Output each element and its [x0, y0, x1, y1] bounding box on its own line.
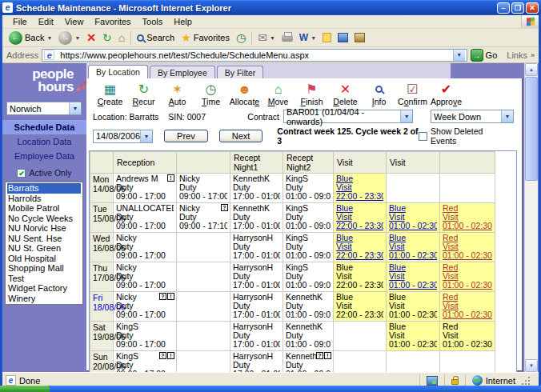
shift-cell[interactable]: BlueVisit01:00 - 02:30	[387, 292, 440, 322]
shift-cell[interactable]: BlueVisit01:00 - 02:30	[387, 203, 440, 233]
menu-favorites[interactable]: Favorites	[89, 17, 136, 26]
visit-link[interactable]: 22:00 - 23:30	[336, 251, 383, 260]
print-button[interactable]	[279, 30, 296, 46]
week-mode-dropdown-icon[interactable]: ▼	[501, 110, 513, 122]
favorites-button[interactable]: ★ Favorites	[178, 30, 233, 46]
address-input[interactable]: e https://www.peoplehours.net/test/Sched…	[42, 49, 467, 62]
shift-cell[interactable]: HarrysonHDuty17:00 - 01:00	[230, 262, 283, 292]
forward-dropdown-icon[interactable]: ▼	[74, 35, 80, 41]
delete-button[interactable]: ✕Delete	[330, 82, 361, 106]
location-item[interactable]: No Cycle Weeks	[7, 214, 81, 224]
visit-link[interactable]: Visit	[389, 213, 437, 222]
location-item[interactable]: NU Sent. Hse	[7, 234, 81, 244]
shift-cell[interactable]: BlueVisit22:00 - 23:30	[334, 174, 387, 203]
visit-link[interactable]: Visit	[336, 183, 383, 192]
shift-cell[interactable]: ?!KingSDuty09:00 - 17:00	[114, 351, 177, 373]
prev-button[interactable]: Prev	[164, 130, 208, 142]
visit-link[interactable]: Visit	[443, 302, 492, 310]
shift-cell[interactable]: NickyDuty09:00 - 17:00	[114, 262, 177, 292]
visit-link[interactable]: 22:00 - 23:30	[336, 192, 383, 201]
shift-cell[interactable]: RedVisit01:00 - 02:30	[440, 233, 495, 262]
shift-cell[interactable]: BlueVisit01:00 - 02:30	[387, 322, 440, 351]
shift-cell[interactable]: KingSDuty09:00 - 17:00	[114, 322, 177, 351]
shift-cell[interactable]: BlueVisit01:00 - 02:30	[387, 262, 440, 292]
shift-cell[interactable]: ?!NickyDuty09:00 - 17:00	[114, 292, 177, 322]
menu-edit[interactable]: Edit	[33, 17, 59, 26]
visit-link[interactable]: Visit	[443, 213, 492, 222]
notes-button[interactable]	[319, 30, 335, 46]
visit-link[interactable]: Visit	[443, 272, 492, 281]
scrollbar-thumb[interactable]	[525, 77, 538, 181]
messenger-button[interactable]	[335, 30, 351, 46]
back-dropdown-icon[interactable]: ▼	[46, 35, 52, 41]
contract-select[interactable]: BAR001 (01/04/04 - onwards) ▼	[283, 110, 413, 123]
close-button[interactable]: ✕	[526, 2, 539, 14]
menu-tools[interactable]: Tools	[137, 17, 169, 26]
location-item[interactable]: Barratts	[7, 183, 81, 194]
tab-by-employee[interactable]: By Employee	[150, 66, 215, 78]
shift-cell[interactable]: HarrysonHDuty17:00 - 01:00	[230, 322, 283, 351]
research-button[interactable]	[351, 30, 368, 46]
visit-link[interactable]: Red	[443, 204, 492, 213]
location-item[interactable]: Mobile Patrol	[7, 203, 81, 214]
shift-cell[interactable]: KennethKDuty01:00 - 09:00	[283, 322, 334, 351]
region-select[interactable]: Norwich ▼	[6, 102, 82, 115]
visit-link[interactable]: 01:00 - 02:30	[389, 222, 437, 230]
visit-link[interactable]: 22:00 - 23:30	[336, 222, 383, 230]
visit-link[interactable]: Visit	[389, 272, 437, 281]
sidebar-item-schedule-data[interactable]: Schedule Data	[2, 120, 86, 134]
visit-link[interactable]: 01:00 - 02:30	[443, 222, 492, 230]
visit-link[interactable]: 01:00 - 02:30	[389, 251, 437, 260]
shift-cell[interactable]: RedVisit01:00 - 02:30	[440, 262, 495, 292]
shift-cell[interactable]: UNALLOCATEDDuty09:00 - 17:00	[114, 203, 177, 233]
visit-link[interactable]: Visit	[443, 242, 492, 251]
location-item[interactable]: Shopping Mall	[7, 263, 81, 274]
links-menu[interactable]: Links »	[507, 50, 535, 60]
shift-cell[interactable]: HarrysonHDuty17:00 - 01:00	[230, 233, 283, 262]
menu-view[interactable]: View	[59, 17, 90, 26]
shift-cell[interactable]: KennethKDuty17:00 - 01:00	[230, 203, 283, 233]
back-button[interactable]: ← Back ▼	[6, 30, 55, 46]
shift-cell[interactable]: ?NickyDuty09:00 - 17:10	[177, 203, 230, 233]
confirm-button[interactable]: ☑Confirm	[397, 82, 428, 106]
shift-cell[interactable]: KennethKDuty17:00 - 01:00	[230, 174, 283, 203]
shift-cell[interactable]: BlueVisit22:00 - 23:30	[334, 262, 387, 292]
home-button[interactable]: ⌂	[115, 30, 128, 46]
shift-cell[interactable]: HarrysonHDuty17:00 - 01:00	[230, 351, 283, 373]
region-dropdown-icon[interactable]: ▼	[69, 102, 81, 114]
location-item[interactable]: Old Hospital	[7, 254, 81, 264]
shift-cell[interactable]: KingSDuty01:00 - 09:00	[283, 233, 334, 262]
visit-link[interactable]: 01:00 - 02:30	[443, 310, 492, 319]
shift-cell[interactable]: NickyDuty09:00 - 17:00	[177, 174, 230, 203]
visit-link[interactable]: Red	[443, 293, 492, 302]
location-item[interactable]: Widget Factory	[7, 283, 81, 294]
sidebar-item-location-data[interactable]: Location Data	[2, 134, 86, 149]
shift-cell[interactable]: NickyDuty09:00 - 17:00	[114, 233, 177, 262]
minimize-button[interactable]: –	[497, 2, 510, 14]
visit-link[interactable]: Blue	[389, 263, 437, 272]
location-item[interactable]: Test	[7, 274, 81, 284]
history-button[interactable]: ◷	[233, 30, 249, 46]
week-mode-select[interactable]: Week Down ▼	[431, 110, 514, 123]
shift-cell[interactable]: RedVisit01:00 - 02:30	[440, 292, 495, 322]
sidebar-item-employee-data[interactable]: Employee Data	[2, 149, 86, 163]
visit-link[interactable]: Red	[443, 234, 492, 242]
mail-dropdown-icon[interactable]: ▼	[270, 35, 275, 41]
scroll-down-icon[interactable]: ▼	[525, 359, 538, 372]
shift-cell[interactable]	[440, 174, 495, 203]
move-button[interactable]: ⌂Move	[262, 82, 294, 106]
show-deleted-checkbox[interactable]	[419, 132, 427, 141]
tab-by-location[interactable]: By Location	[88, 65, 148, 78]
visit-link[interactable]: Blue	[389, 204, 437, 213]
refresh-button[interactable]: ↻	[99, 30, 115, 46]
create-button[interactable]: ▦Create	[94, 82, 126, 106]
shift-cell[interactable]	[177, 233, 230, 262]
shift-cell[interactable]: RedVisit01:00 - 02:30	[440, 203, 495, 233]
shift-cell[interactable]: BlueVisit01:00 - 02:30	[387, 233, 440, 262]
shift-cell[interactable]: KennethKDuty01:00 - 09:00	[283, 292, 334, 322]
shift-cell[interactable]: !Andrews MDuty09:00 - 17:00	[114, 174, 177, 203]
shift-cell[interactable]	[387, 174, 440, 203]
finish-button[interactable]: ⚑Finish	[296, 82, 327, 106]
visit-link[interactable]: 01:00 - 02:30	[443, 251, 492, 260]
location-item[interactable]: Winery	[7, 294, 81, 304]
